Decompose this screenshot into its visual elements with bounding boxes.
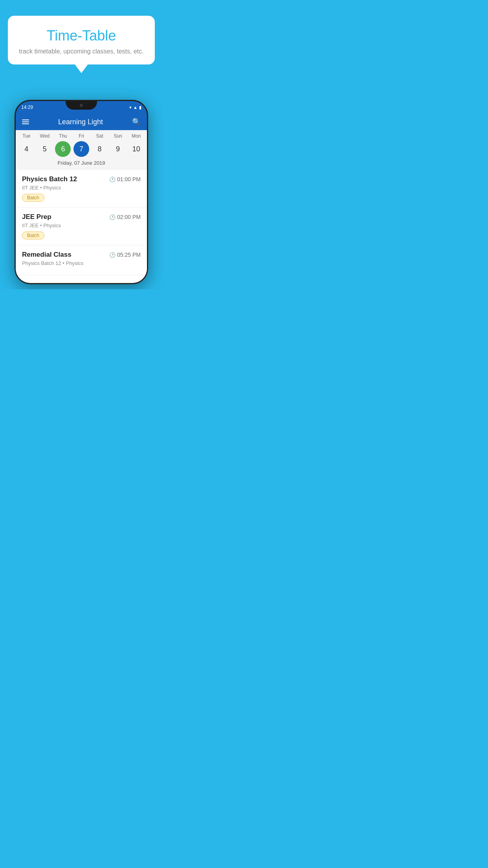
hamburger-menu-icon[interactable] (22, 120, 29, 124)
schedule-title-1: Physics Batch 12 (22, 175, 77, 183)
schedule-item-physics-batch[interactable]: Physics Batch 12 🕐 01:00 PM IIT JEE • Ph… (16, 170, 147, 208)
day-mon: Mon (128, 133, 144, 139)
day-sun: Sun (110, 133, 126, 139)
date-9[interactable]: 9 (110, 141, 126, 157)
schedule-title-2: JEE Prep (22, 213, 51, 221)
day-sat: Sat (92, 133, 108, 139)
date-10[interactable]: 10 (128, 141, 144, 157)
schedule-item-jee-prep[interactable]: JEE Prep 🕐 02:00 PM IIT JEE • Physics Ba… (16, 208, 147, 245)
day-tue: Tue (18, 133, 34, 139)
signal-icon: ▲ (133, 105, 138, 110)
status-bar: 14:29 ▾ ▲ ▮ (16, 101, 147, 114)
bubble-subtitle: track timetable, upcoming classes, tests… (17, 48, 145, 55)
battery-icon: ▮ (139, 105, 141, 110)
phone-bottom (16, 275, 147, 283)
clock-icon-1: 🕐 (109, 177, 116, 182)
schedule-container: Physics Batch 12 🕐 01:00 PM IIT JEE • Ph… (16, 170, 147, 275)
phone-time: 14:29 (21, 105, 33, 110)
day-wed: Wed (37, 133, 53, 139)
batch-tag-1: Batch (22, 194, 44, 202)
day-thu: Thu (55, 133, 71, 139)
schedule-time-2: 🕐 02:00 PM (109, 214, 141, 220)
speech-bubble: Time-Table track timetable, upcoming cla… (8, 16, 155, 64)
bubble-title: Time-Table (17, 28, 145, 44)
day-fri: Fri (73, 133, 89, 139)
schedule-subtitle-1: IIT JEE • Physics (22, 185, 141, 191)
dates-row: 4 5 6 7 8 9 10 (16, 141, 147, 157)
app-title: Learning Light (58, 118, 103, 126)
schedule-subtitle-2: IIT JEE • Physics (22, 223, 141, 228)
schedule-item-header-2: JEE Prep 🕐 02:00 PM (22, 213, 141, 221)
days-row: Tue Wed Thu Fri Sat Sun Mon (16, 133, 147, 139)
app-header: Learning Light 🔍 (16, 114, 147, 130)
selected-date-label: Friday, 07 June 2019 (16, 160, 147, 168)
wifi-icon: ▾ (129, 105, 132, 110)
schedule-subtitle-3: Physics Batch 12 • Physics (22, 260, 141, 266)
notch (66, 101, 97, 110)
schedule-item-remedial[interactable]: Remedial Class 🕐 05:25 PM Physics Batch … (16, 245, 147, 275)
clock-icon-3: 🕐 (109, 252, 116, 258)
date-6-today[interactable]: 6 (55, 141, 71, 157)
date-7-selected[interactable]: 7 (73, 141, 89, 157)
top-section: Time-Table track timetable, upcoming cla… (0, 0, 163, 80)
schedule-item-header-3: Remedial Class 🕐 05:25 PM (22, 251, 141, 259)
date-5[interactable]: 5 (37, 141, 53, 157)
search-icon[interactable]: 🔍 (132, 118, 141, 126)
camera-dot (80, 104, 83, 107)
date-8[interactable]: 8 (92, 141, 108, 157)
schedule-title-3: Remedial Class (22, 251, 72, 259)
status-icons: ▾ ▲ ▮ (129, 105, 141, 110)
schedule-time-3: 🕐 05:25 PM (109, 252, 141, 258)
schedule-time-1: 🕐 01:00 PM (109, 176, 141, 182)
batch-tag-2: Batch (22, 232, 44, 239)
calendar-strip: Tue Wed Thu Fri Sat Sun Mon 4 5 6 7 8 9 … (16, 130, 147, 170)
clock-icon-2: 🕐 (109, 214, 116, 220)
schedule-item-header-1: Physics Batch 12 🕐 01:00 PM (22, 175, 141, 183)
phone-wrapper: 14:29 ▾ ▲ ▮ Learning Light 🔍 Tue (0, 100, 163, 284)
date-4[interactable]: 4 (18, 141, 34, 157)
phone-mockup: 14:29 ▾ ▲ ▮ Learning Light 🔍 Tue (15, 100, 148, 284)
